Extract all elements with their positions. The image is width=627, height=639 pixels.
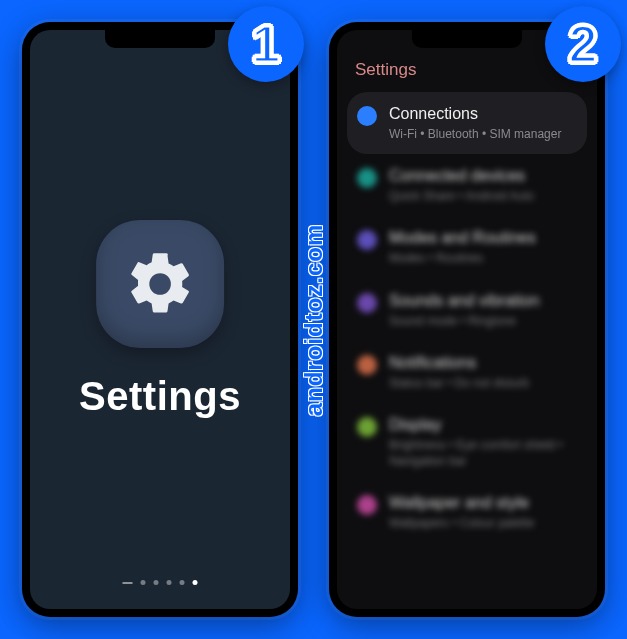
settings-item[interactable]: Modes and RoutinesModes • Routines xyxy=(347,216,587,278)
settings-item-subtitle: Wi-Fi • Bluetooth • SIM manager xyxy=(389,126,577,142)
page-dot xyxy=(167,580,172,585)
settings-screen[interactable]: Settings ConnectionsWi-Fi • Bluetooth • … xyxy=(337,30,597,609)
category-icon xyxy=(357,417,377,437)
category-icon xyxy=(357,355,377,375)
settings-item-title: Connected devices xyxy=(389,166,577,186)
category-icon xyxy=(357,293,377,313)
page-dot-active xyxy=(193,580,198,585)
home-screen[interactable]: Settings xyxy=(30,30,290,609)
settings-item[interactable]: Connected devicesQuick Share • Android A… xyxy=(347,154,587,216)
settings-item-text: NotificationsStatus bar • Do not disturb xyxy=(389,353,577,391)
phone-frame-2: Settings ConnectionsWi-Fi • Bluetooth • … xyxy=(329,22,605,617)
phone-frame-1: Settings xyxy=(22,22,298,617)
settings-item-text: DisplayBrightness • Eye comfort shield •… xyxy=(389,415,577,469)
settings-item-title: Notifications xyxy=(389,353,577,373)
settings-list: ConnectionsWi-Fi • Bluetooth • SIM manag… xyxy=(337,92,597,544)
settings-item-text: Modes and RoutinesModes • Routines xyxy=(389,228,577,266)
settings-app-shortcut[interactable]: Settings xyxy=(79,220,241,419)
category-icon xyxy=(357,106,377,126)
app-icon-bg xyxy=(96,220,224,348)
settings-item[interactable]: DisplayBrightness • Eye comfort shield •… xyxy=(347,403,587,481)
settings-item-text: ConnectionsWi-Fi • Bluetooth • SIM manag… xyxy=(389,104,577,142)
page-dot xyxy=(180,580,185,585)
app-name-label: Settings xyxy=(79,374,241,419)
notch xyxy=(105,30,215,48)
page-dot xyxy=(141,580,146,585)
settings-item-subtitle: Modes • Routines xyxy=(389,250,577,266)
settings-item-text: Wallpaper and styleWallpapers • Colour p… xyxy=(389,493,577,531)
settings-item-title: Sounds and vibration xyxy=(389,291,577,311)
notch xyxy=(412,30,522,48)
step-badge-1: 1 xyxy=(228,6,304,82)
settings-item-subtitle: Sound mode • Ringtone xyxy=(389,313,577,329)
settings-item-title: Wallpaper and style xyxy=(389,493,577,513)
page-dot xyxy=(154,580,159,585)
settings-item-title: Modes and Routines xyxy=(389,228,577,248)
settings-item-subtitle: Quick Share • Android Auto xyxy=(389,188,577,204)
page-indicator[interactable] xyxy=(123,580,198,585)
page-dash xyxy=(123,582,133,584)
settings-item[interactable]: Sounds and vibrationSound mode • Rington… xyxy=(347,279,587,341)
settings-item-subtitle: Brightness • Eye comfort shield • Naviga… xyxy=(389,437,577,469)
step-number: 2 xyxy=(569,14,598,74)
settings-item-text: Connected devicesQuick Share • Android A… xyxy=(389,166,577,204)
category-icon xyxy=(357,495,377,515)
settings-item-subtitle: Status bar • Do not disturb xyxy=(389,375,577,391)
settings-item[interactable]: ConnectionsWi-Fi • Bluetooth • SIM manag… xyxy=(347,92,587,154)
settings-item-title: Connections xyxy=(389,104,577,124)
step-number: 1 xyxy=(252,14,281,74)
watermark-text: androidtoz.com xyxy=(300,223,328,416)
settings-item[interactable]: Wallpaper and styleWallpapers • Colour p… xyxy=(347,481,587,543)
gear-icon xyxy=(123,247,197,321)
settings-item-text: Sounds and vibrationSound mode • Rington… xyxy=(389,291,577,329)
settings-item-title: Display xyxy=(389,415,577,435)
category-icon xyxy=(357,230,377,250)
settings-item-subtitle: Wallpapers • Colour palette xyxy=(389,515,577,531)
category-icon xyxy=(357,168,377,188)
step-badge-2: 2 xyxy=(545,6,621,82)
settings-item[interactable]: NotificationsStatus bar • Do not disturb xyxy=(347,341,587,403)
